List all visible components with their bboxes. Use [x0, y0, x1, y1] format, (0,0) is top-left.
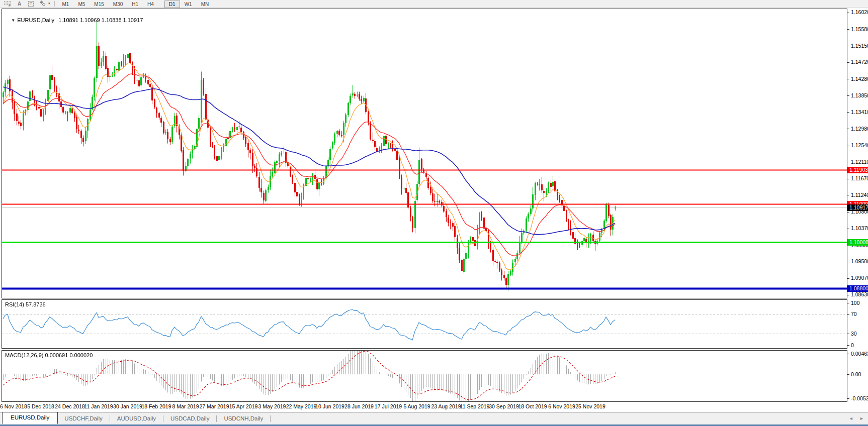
date-label: 24 Dec 2018 — [55, 403, 85, 409]
price-tick-label: 1.11670 — [851, 175, 868, 182]
axis-tick — [847, 195, 849, 195]
date-label: 15 Apr 2019 — [229, 403, 258, 409]
date-label: 18 Feb 2019 — [142, 403, 171, 409]
timeframe-button-d1[interactable]: D1 — [164, 1, 180, 8]
timeframe-button-m15[interactable]: M15 — [90, 1, 108, 8]
price-tick-label: 1.12980 — [851, 126, 868, 132]
shapes-tool[interactable] — [39, 1, 46, 7]
date-label: 11 Sep 2019 — [460, 403, 490, 409]
price-tick-label: 1.14280 — [851, 76, 868, 82]
chart-dropdown-icon[interactable]: ▼ — [11, 18, 15, 23]
macd-header: MACD(12,26,9) 0.000691 0.000020 — [5, 352, 93, 358]
date-label: 16 Nov 2018 — [0, 403, 27, 409]
axis-tick — [847, 398, 849, 399]
price-tick-label: 1.11240 — [851, 192, 868, 198]
tab-scroll-left-icon[interactable]: ◄ — [849, 416, 853, 421]
macd-panel[interactable]: MACD(12,26,9) 0.000691 0.000020 — [2, 350, 847, 402]
tab-usdchf-daily[interactable]: USDCHF,Daily — [58, 413, 109, 424]
timeframe-button-h4[interactable]: H4 — [143, 1, 158, 8]
timeframe-button-m30[interactable]: M30 — [109, 1, 127, 8]
rsi-canvas[interactable] — [2, 300, 847, 348]
rsi-axis-label: 0 — [851, 342, 854, 349]
timeframe-button-h1[interactable]: H1 — [127, 1, 143, 8]
axis-tick — [847, 295, 849, 295]
date-label: 30 Jan 2019 — [113, 403, 142, 409]
date-label: 11 Jan 2019 — [84, 403, 113, 409]
text-tool-icon: T — [28, 1, 34, 7]
rsi-axis-label: 100 — [851, 300, 860, 306]
label-tool[interactable]: A — [16, 1, 23, 7]
date-label: 17 Jul 2019 — [375, 403, 402, 409]
date-label: 30 Sep 2019 — [489, 403, 519, 409]
tab-scroll-right-icon[interactable]: ► — [859, 416, 864, 421]
axis-tick — [847, 162, 849, 162]
price-badge-1-10008: 1.10008 — [847, 239, 868, 246]
tab-scroll-nav: ◄ ► — [844, 416, 864, 421]
fibonacci-tool[interactable]: F — [4, 1, 12, 7]
price-tick-label: 1.12110 — [851, 159, 868, 165]
chart-symbol-label: EURUSD,Daily — [17, 17, 54, 23]
date-label: 3 May 2019 — [258, 403, 286, 409]
shapes-icon — [39, 1, 46, 7]
chart-ohlc-values: 1.10891 1.10969 1.10838 1.10917 — [58, 17, 143, 23]
tab-audusd-daily[interactable]: AUDUSD,Daily — [111, 413, 162, 424]
rsi-axis-label: 30 — [851, 331, 857, 337]
axis-tick — [847, 62, 849, 63]
date-label: 23 Aug 2019 — [431, 403, 461, 409]
axis-tick — [847, 29, 849, 30]
price-tick-label: 1.13850 — [851, 92, 868, 99]
rsi-header: RSI(14) 57.8736 — [5, 301, 46, 307]
timeframe-button-m5[interactable]: M5 — [73, 1, 90, 8]
axis-tick — [847, 129, 849, 129]
date-label: 5 Dec 2018 — [27, 403, 54, 409]
tab-usdcnh-daily[interactable]: USDCNH,Daily — [217, 413, 270, 424]
timeframe-button-w1[interactable]: W1 — [180, 1, 197, 8]
timeframe-button-m1[interactable]: M1 — [58, 1, 74, 8]
tab-separator — [270, 415, 271, 422]
axis-tick — [847, 112, 849, 113]
macd-axis-label: 0.00 — [851, 371, 861, 378]
date-label: 28 Jun 2019 — [344, 403, 374, 409]
macd-axis-label: -0.005299 — [851, 395, 868, 402]
price-tick-label: 1.12540 — [851, 142, 868, 149]
date-axis: 16 Nov 20185 Dec 201824 Dec 201811 Jan 2… — [2, 402, 847, 411]
axis-tick — [847, 229, 849, 229]
axis-tick — [847, 146, 849, 146]
price-tick-label: 1.15150 — [851, 43, 868, 49]
timeframe-button-mn[interactable]: MN — [197, 1, 214, 8]
price-tick-label: 1.10370 — [851, 225, 868, 232]
chart-title: ▼EURUSD,Daily1.10891 1.10969 1.10838 1.1… — [5, 11, 143, 29]
price-axis: 1.160201.155801.151501.147201.142801.138… — [847, 0, 868, 412]
macd-axis-label: 0.00463 — [851, 351, 868, 357]
chart-tab-bar: EURUSD,DailyUSDCHF,DailyAUDUSD,DailyUSDC… — [0, 412, 868, 424]
axis-tick — [847, 354, 849, 354]
date-label: 25 Nov 2019 — [575, 403, 605, 409]
tab-separator — [163, 415, 163, 422]
date-label: 6 Nov 2019 — [548, 403, 575, 409]
date-label: 10 Jun 2019 — [315, 403, 344, 409]
rsi-panel[interactable]: RSI(14) 57.8736 — [2, 299, 847, 349]
toolbar: F A T ▾ M1M5M15M30H1H4D1W1MN — [0, 0, 868, 8]
date-label: 5 Aug 2019 — [403, 403, 430, 409]
axis-tick — [847, 314, 849, 315]
date-label: 8 Mar 2019 — [172, 403, 199, 409]
price-tick-label: 1.08630 — [851, 291, 868, 298]
axis-tick — [847, 13, 849, 13]
tab-eurusd-daily[interactable]: EURUSD,Daily — [2, 412, 58, 424]
axis-tick — [847, 334, 849, 334]
main-chart-panel[interactable]: ▼EURUSD,Daily1.10891 1.10969 1.10838 1.1… — [2, 9, 847, 298]
axis-tick — [847, 303, 849, 303]
price-badge-1-11903: 1.11903 — [847, 167, 868, 173]
fibonacci-icon: F — [4, 1, 12, 7]
axis-tick — [847, 179, 849, 179]
tab-usdcad-daily[interactable]: USDCAD,Daily — [164, 413, 216, 424]
date-label: 18 Oct 2019 — [518, 403, 547, 409]
tab-separator — [216, 415, 217, 422]
chart-tabs: EURUSD,DailyUSDCHF,DailyAUDUSD,DailyUSDC… — [2, 412, 271, 424]
shapes-dropdown-caret-icon[interactable]: ▾ — [48, 2, 50, 6]
price-badge-1-08800: 1.08800 — [847, 285, 868, 292]
macd-canvas[interactable] — [2, 351, 847, 401]
main-chart-canvas[interactable] — [2, 9, 847, 298]
date-label: 27 Mar 2019 — [200, 403, 229, 409]
text-tool[interactable]: T — [27, 1, 35, 7]
